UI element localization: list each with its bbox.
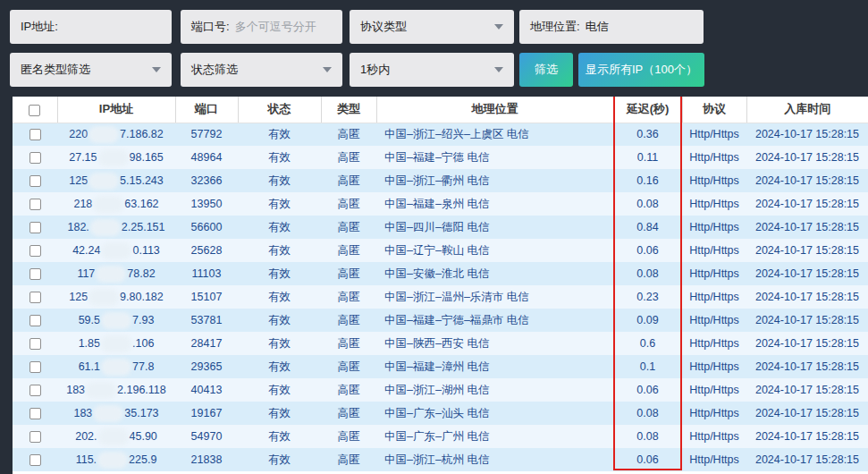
port-cell: 32366	[175, 169, 238, 192]
ip-address-input[interactable]: IP地址:	[10, 10, 172, 44]
row-checkbox[interactable]	[29, 431, 41, 443]
checkbox-cell	[13, 309, 57, 332]
row-checkbox[interactable]	[29, 268, 41, 280]
port-cell: 53781	[175, 309, 238, 332]
port-cell: 56600	[175, 216, 238, 239]
status-filter-select[interactable]: 状态筛选	[181, 53, 342, 87]
delay-cell: 0.36	[613, 123, 682, 146]
table-row: 27.1598.16548964有效高匿中国–福建–宁德 电信0.11Http/…	[13, 146, 868, 169]
port-placeholder: 多个可逗号分开	[235, 19, 316, 35]
type-cell: 高匿	[321, 123, 376, 146]
ip-suffix: 7.186.82	[120, 128, 164, 140]
ip-prefix: 220	[69, 128, 88, 140]
location-cell: 中国–浙江–杭州 电信	[376, 448, 613, 471]
delay-cell: 0.08	[613, 425, 682, 448]
time-cell: 2024-10-17 15:28:15	[746, 332, 868, 355]
status-cell: 有效	[238, 146, 321, 169]
table-row: 2207.186.8257792有效高匿中国–浙江–绍兴–上虞区 电信0.36H…	[13, 123, 868, 146]
delay-cell: 0.08	[613, 262, 682, 285]
port-cell: 40413	[175, 378, 238, 402]
row-checkbox[interactable]	[29, 129, 41, 140]
row-checkbox[interactable]	[29, 292, 41, 303]
delay-cell: 0.06	[613, 378, 682, 402]
ip-prefix: 202.	[75, 429, 97, 442]
show-all-ip-button[interactable]: 显示所有IP（100个）	[578, 53, 704, 87]
filter-bar: IP地址: 端口号: 多个可逗号分开 协议类型 地理位置: 电信 匿名类型筛选 …	[0, 0, 868, 97]
checkbox-cell	[13, 192, 57, 216]
location-cell: 中国–陕西–西安 电信	[376, 332, 613, 355]
status-cell: 有效	[238, 378, 321, 402]
chevron-down-icon	[323, 67, 332, 72]
port-cell: 57792	[175, 123, 238, 146]
row-checkbox[interactable]	[29, 385, 41, 396]
port-cell: 21838	[175, 448, 238, 471]
type-cell: 高匿	[321, 216, 376, 239]
status-cell: 有效	[238, 262, 321, 285]
table-row: 1.85.10628417有效高匿中国–陕西–西安 电信0.6Http/Http…	[13, 332, 868, 355]
row-checkbox[interactable]	[29, 175, 41, 187]
row-checkbox[interactable]	[29, 338, 41, 350]
header-delay: 延迟(秒)	[613, 97, 682, 123]
protocol-cell: Http/Https	[682, 216, 746, 239]
ip-suffix: 63.162	[124, 197, 158, 209]
status-cell: 有效	[238, 123, 321, 146]
delay-filter-select[interactable]: 1秒内	[350, 53, 514, 87]
anonymity-type-select[interactable]: 匿名类型筛选	[10, 53, 172, 87]
location-cell: 中国–浙江–绍兴–上虞区 电信	[376, 123, 613, 146]
status-cell: 有效	[238, 216, 321, 239]
checkbox-cell	[13, 378, 57, 402]
ip-suffix: 7.93	[132, 313, 154, 326]
header-port: 端口	[175, 97, 238, 123]
ip-suffix: 2.25.151	[122, 220, 165, 233]
delay-cell: 0.09	[613, 309, 682, 332]
row-checkbox[interactable]	[29, 361, 41, 373]
time-cell: 2024-10-17 15:28:15	[746, 402, 868, 425]
protocol-cell: Http/Https	[682, 402, 746, 425]
ip-prefix: 183	[73, 406, 92, 419]
status-cell: 有效	[238, 402, 321, 425]
protocol-cell: Http/Https	[682, 425, 746, 448]
row-checkbox[interactable]	[29, 245, 41, 257]
ip-cell: 2207.186.82	[57, 123, 175, 146]
row-checkbox[interactable]	[29, 454, 41, 466]
filter-button[interactable]: 筛选	[519, 53, 573, 87]
chevron-down-icon	[494, 67, 503, 72]
delay-cell: 0.06	[613, 448, 682, 471]
table-row: 18335.17319167有效高匿中国–广东–汕头 电信0.08Http/Ht…	[13, 402, 868, 425]
type-cell: 高匿	[321, 169, 376, 192]
ip-redaction-blur	[88, 126, 119, 143]
ip-cell: 1832.196.118	[57, 378, 175, 402]
status-cell: 有效	[238, 285, 321, 309]
protocol-type-select[interactable]: 协议类型	[350, 10, 514, 44]
table-row: 61.177.829365有效高匿中国–福建–漳州 电信0.1Http/Http…	[13, 355, 868, 378]
ip-cell: 1259.80.182	[57, 285, 175, 309]
ip-prefix: 1.85	[79, 336, 100, 349]
location-input[interactable]: 地理位置: 电信	[519, 10, 704, 44]
checkbox-cell	[13, 355, 57, 378]
ip-prefix: 42.24	[72, 243, 100, 256]
status-cell: 有效	[238, 309, 321, 332]
table-row: 1259.80.18215107有效高匿中国–浙江–温州–乐清市 电信0.23H…	[13, 285, 868, 309]
port-cell: 54970	[175, 425, 238, 448]
row-checkbox[interactable]	[29, 152, 41, 164]
port-cell: 15107	[175, 285, 238, 309]
location-cell: 中国–浙江–衢州 电信	[376, 169, 613, 192]
checkbox-cell	[13, 425, 57, 448]
time-cell: 2024-10-17 15:28:15	[746, 378, 868, 402]
row-checkbox[interactable]	[29, 199, 41, 210]
time-cell: 2024-10-17 15:28:15	[746, 425, 868, 448]
port-input[interactable]: 端口号: 多个可逗号分开	[181, 10, 342, 44]
status-cell: 有效	[238, 332, 321, 355]
port-cell: 19167	[175, 402, 238, 425]
status-filter-label: 状态筛选	[191, 62, 238, 78]
anonymity-type-label: 匿名类型筛选	[21, 62, 90, 78]
header-time: 入库时间	[746, 97, 868, 123]
row-checkbox[interactable]	[29, 315, 41, 326]
ip-suffix: 77.8	[132, 360, 154, 372]
ip-cell: 18335.173	[57, 402, 175, 425]
protocol-cell: Http/Https	[682, 448, 746, 471]
ip-prefix: 115.	[76, 453, 97, 465]
select-all-checkbox[interactable]	[29, 105, 40, 116]
row-checkbox[interactable]	[29, 222, 41, 233]
row-checkbox[interactable]	[29, 408, 41, 419]
